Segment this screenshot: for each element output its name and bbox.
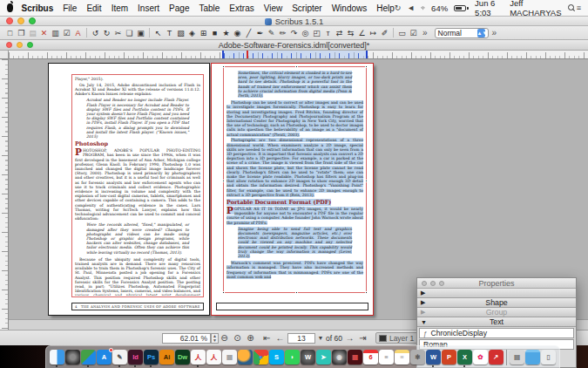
insert-polygon-icon[interactable]: ★ <box>220 27 232 38</box>
dock-item-word[interactable]: W <box>426 350 441 365</box>
preflight-verifier-icon[interactable]: ☑ <box>61 27 72 38</box>
selection-handle[interactable] <box>222 180 225 182</box>
dock-item-red-arrow-app[interactable]: ↗ <box>489 350 504 365</box>
wifi-icon[interactable] <box>421 4 425 12</box>
dock-item-round-dark-app[interactable]: ◉ <box>332 350 347 365</box>
menu-item-edit[interactable]: Edit <box>86 3 101 13</box>
vertical-ruler[interactable] <box>0 59 9 330</box>
dock-item-powerpoint[interactable]: P <box>442 350 456 365</box>
dock-item-chrome[interactable]: ● <box>253 350 268 365</box>
story-editor-icon[interactable]: ᴛ <box>322 27 334 38</box>
export-pdf-icon[interactable]: A <box>72 27 84 38</box>
dock-item-downloads-folder[interactable] <box>525 350 540 365</box>
selection-handle[interactable] <box>222 65 225 68</box>
properties-section-shape[interactable]: ▶Shape <box>417 298 576 308</box>
zoom-reset-button[interactable]: ⊙ <box>232 332 243 344</box>
dock-item-textedit[interactable]: ▤ <box>222 350 237 365</box>
eye-dropper-icon[interactable]: ✐ <box>379 27 390 38</box>
apple-menu-icon[interactable] <box>7 3 13 12</box>
selection-handle[interactable] <box>295 291 298 294</box>
dock-item-photoshop[interactable]: Ps <box>144 350 159 365</box>
volume-icon[interactable]: ◄ <box>407 3 415 12</box>
text-frame-right-selected[interactable]: Sometimes, the critical element is cloak… <box>223 66 367 293</box>
rotate-item-icon[interactable]: ↷ <box>288 27 300 38</box>
insert-image-frame-icon[interactable]: ▧ <box>175 27 186 38</box>
toolbar-overflow-icon-2[interactable]: » <box>492 28 497 37</box>
toolbar-overflow-icon[interactable]: » <box>422 28 428 37</box>
dock-item-reminders[interactable]: ≡ <box>379 350 394 365</box>
properties-section-text[interactable]: ▼Text <box>417 317 576 327</box>
dock-item-wordpress[interactable]: W <box>301 350 315 365</box>
save-document-icon[interactable]: ▤ <box>27 27 38 38</box>
ruler-tab-stops[interactable] <box>222 51 368 58</box>
dock-item-launchpad[interactable] <box>65 350 80 365</box>
text-frame-left[interactable]: Player," 2015).On July 14, 2015, Adobe d… <box>71 74 204 297</box>
select-item-icon[interactable]: ↖ <box>152 27 164 38</box>
page-dropdown-icon[interactable]: ▼ <box>317 332 324 344</box>
pdf-checkbox-icon[interactable]: ☑ <box>408 27 419 38</box>
dock-item-app-store[interactable]: A <box>97 350 112 365</box>
menu-item-page[interactable]: Page <box>169 3 189 13</box>
dock-item-paper-plane-app[interactable]: ➤ <box>316 350 331 365</box>
menu-item-help[interactable]: Help <box>376 3 395 13</box>
next-page-button[interactable]: → <box>344 332 355 344</box>
dock-item-system-preferences[interactable]: ✻ <box>410 350 425 365</box>
print-document-icon[interactable]: ▥ <box>50 27 61 38</box>
dock-item-acrobat-pro[interactable]: 人 <box>191 350 206 365</box>
dock-item-indesign[interactable]: Id <box>128 350 143 365</box>
dock-item-calendar[interactable]: 6 <box>363 350 378 365</box>
dock-item-finder[interactable] <box>50 350 64 365</box>
selection-handle[interactable] <box>365 65 368 68</box>
selection-handle[interactable] <box>295 65 298 68</box>
insert-text-frame-icon[interactable]: T <box>164 27 175 38</box>
user-name[interactable]: Jeff MACHARYAS <box>510 0 561 17</box>
dock-item-dreamweaver[interactable]: Dw <box>175 350 190 365</box>
dock-item-illustrator[interactable]: Ai <box>159 350 174 365</box>
dock-item-excel[interactable]: X <box>457 350 472 365</box>
undo-icon[interactable]: ↺ <box>90 27 101 38</box>
close-document-icon[interactable]: ✕ <box>38 27 50 38</box>
sync-status-icon[interactable]: ↻ <box>395 3 402 12</box>
edit-contents-icon[interactable]: ◰ <box>311 27 322 38</box>
page-right[interactable]: Sometimes, the critical element is cloak… <box>211 63 374 316</box>
ruler-origin-corner[interactable] <box>0 51 9 59</box>
measurements-icon[interactable]: ∠ <box>356 27 368 38</box>
selection-handle[interactable] <box>222 291 225 294</box>
menu-item-windows[interactable]: Windows <box>332 3 368 13</box>
dock-item-photos[interactable]: ✿ <box>473 350 488 365</box>
zoom-in-button[interactable]: ⊕ <box>245 332 256 344</box>
unlink-text-frames-icon[interactable]: ⇆ <box>345 27 356 38</box>
new-document-icon[interactable]: □ <box>4 27 16 38</box>
selection-handle[interactable] <box>365 180 368 182</box>
cut-icon[interactable]: ✂ <box>112 27 124 38</box>
menu-item-file[interactable]: File <box>63 3 77 13</box>
dock-item-notes[interactable]: ≡ <box>395 350 409 365</box>
insert-bezier-curve-icon[interactable]: ✒ <box>254 27 266 38</box>
page-left[interactable]: Player," 2015).On July 14, 2015, Adobe d… <box>48 63 210 316</box>
dock-item-skype[interactable]: S <box>269 350 284 365</box>
insert-calligraphic-line-icon[interactable]: ✏ <box>277 27 288 38</box>
menu-item-extras[interactable]: Extras <box>229 3 253 13</box>
pdf-push-button-icon[interactable]: ▭ <box>396 27 408 38</box>
zoom-out-button[interactable]: ⊖ <box>219 332 230 344</box>
menu-item-insert[interactable]: Insert <box>138 3 159 13</box>
zoom-stepper[interactable]: ▲▼ <box>211 333 219 344</box>
dock-item-firefox[interactable] <box>238 350 253 365</box>
font-family-select[interactable]: ƒ ChronicleDisplay <box>419 328 574 338</box>
insert-render-frame-icon[interactable]: ◈ <box>186 27 198 38</box>
properties-section-group[interactable]: ▶Group <box>417 308 576 317</box>
dock-item-acrobat-reader[interactable]: 人 <box>206 350 221 365</box>
zoom-level-field[interactable]: 62.01 % <box>162 333 211 344</box>
menu-item-table[interactable]: Table <box>199 3 220 13</box>
dock-item-red-collage-app[interactable]: ▦ <box>348 350 362 365</box>
insert-freehand-line-icon[interactable]: ✎ <box>266 27 277 38</box>
link-text-frames-icon[interactable]: ⇄ <box>334 27 345 38</box>
dock-item-compass-app[interactable]: ✎ <box>112 350 127 365</box>
open-document-icon[interactable]: ❐ <box>16 27 27 38</box>
zoom-tool-icon[interactable]: ◎ <box>300 27 311 38</box>
paragraph-style-select[interactable]: Normal▲▼ <box>435 28 489 38</box>
insert-line-icon[interactable]: ╱ <box>243 27 254 38</box>
copy-item-properties-icon[interactable]: ↦ <box>368 27 379 38</box>
properties-titlebar[interactable]: Properties <box>417 278 576 289</box>
previous-page-button[interactable]: ← <box>274 332 286 344</box>
